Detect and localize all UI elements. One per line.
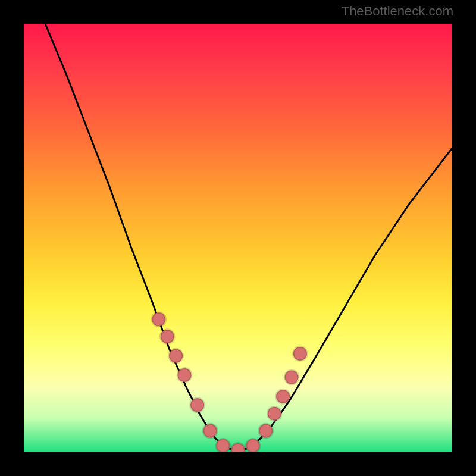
bottleneck-curve xyxy=(45,24,452,450)
chart-plot-area xyxy=(24,24,452,452)
watermark-text: TheBottleneck.com xyxy=(342,4,453,19)
data-point xyxy=(268,407,281,421)
chart-svg xyxy=(24,24,452,452)
data-point xyxy=(203,424,217,437)
data-point xyxy=(152,312,165,326)
data-point xyxy=(216,439,230,452)
data-point xyxy=(259,424,273,437)
data-point xyxy=(177,368,191,382)
data-point xyxy=(246,439,260,452)
data-point xyxy=(161,330,174,343)
data-point xyxy=(231,443,245,452)
data-point xyxy=(190,398,204,412)
data-point xyxy=(276,390,290,403)
data-point xyxy=(284,370,298,384)
data-point xyxy=(293,347,307,361)
data-point xyxy=(169,349,183,362)
data-points xyxy=(152,312,307,452)
